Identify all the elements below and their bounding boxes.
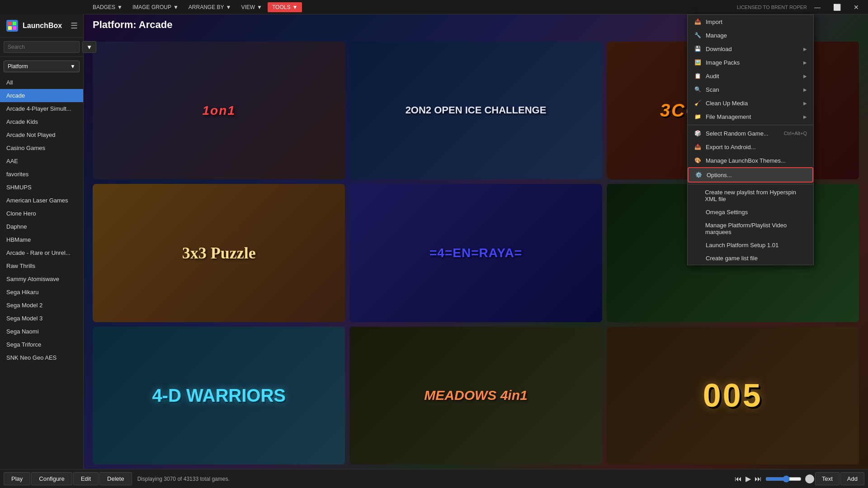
sidebar-item-arcade---rare-or-unrel---[interactable]: Arcade - Rare or Unrel... [0,246,83,259]
game-tile-2on2[interactable]: 2ON2 OPEN ICE CHALLENGE [349,42,602,179]
dropdown-item-gamelist[interactable]: Create game list file [688,252,813,265]
add-button[interactable]: Add [840,472,864,485]
svg-rect-4 [13,26,16,30]
maximize-button[interactable]: ⬜ [828,2,846,13]
dropdown-item-download[interactable]: 💾Download [688,42,813,56]
app-header: LaunchBox ☰ [0,14,83,38]
sidebar-item-snk-neo-geo-aes[interactable]: SNK Neo Geo AES [0,351,83,364]
sidebar-item-arcade[interactable]: Arcade [0,89,83,102]
dropdown-item-import[interactable]: 📥Import [688,15,813,28]
game-logo-2on2: 2ON2 OPEN ICE CHALLENGE [396,95,556,125]
dropdown-label-cleanup: Clean Up Media [706,100,748,107]
play-button[interactable]: Play [4,472,30,485]
image-group-label: IMAGE GROUP [132,4,171,10]
dropdown-label-audit: Audit [706,73,719,80]
close-button[interactable]: ✕ [848,2,864,13]
dropdown-label-exportandroid: Export to Android... [706,144,756,150]
dropdown-item-managevideos[interactable]: Manage Platform/Playlist Video marquees [688,219,813,239]
search-input[interactable] [4,41,80,53]
platform-selector[interactable]: Platform ▼ [4,61,80,72]
dropdown-label-scan: Scan [706,86,719,93]
dropdown-item-hyperspin[interactable]: Create new playlist from Hyperspin XML f… [688,186,813,206]
exportandroid-icon: 📤 [694,143,701,150]
sidebar-item-daphne[interactable]: Daphne [0,220,83,233]
dropdown-item-managethemes[interactable]: 🎨Manage LaunchBox Themes... [688,154,813,167]
game-logo-3x3: 3x3 Puzzle [173,235,265,272]
tools-label: TOOLS [272,4,290,10]
sidebar-item-sega-model-2[interactable]: Sega Model 2 [0,299,83,312]
dropdown-item-exportandroid[interactable]: 📤Export to Android... [688,140,813,154]
sidebar-item-sega-hikaru[interactable]: Sega Hikaru [0,286,83,299]
next-track-button[interactable]: ⏭ [755,475,762,483]
bottom-bar: Play Configure Edit Delete Displaying 30… [0,469,868,488]
sidebar-item-clone-hero[interactable]: Clone Hero [0,207,83,220]
dropdown-label-managethemes: Manage LaunchBox Themes... [706,157,786,164]
sidebar-item-raw-thrills[interactable]: Raw Thrills [0,259,83,272]
dropdown-item-options[interactable]: ⚙️Options... [688,167,813,183]
sidebar-item-favorites[interactable]: favorites [0,168,83,181]
game-logo-4d: 4-D WARRIORS [143,376,295,415]
sidebar-item-sega-naomi[interactable]: Sega Naomi [0,325,83,338]
sidebar-item-arcade-4-player-simult---[interactable]: Arcade 4-Player Simult... [0,102,83,115]
image-group-chevron: ▼ [173,4,179,10]
filter-button[interactable]: ▼ [82,41,96,53]
sidebar-item-sega-triforce[interactable]: Sega Triforce [0,338,83,351]
sidebar-item-hbmame[interactable]: HBMame [0,233,83,246]
dropdown-label-hyperspin: Create new playlist from Hyperspin XML f… [705,189,807,202]
tools-menu[interactable]: TOOLS ▼ [268,2,302,12]
dropdown-item-filemanage[interactable]: 📁File Management [688,110,813,123]
text-button[interactable]: Text [815,472,840,485]
app-title: LaunchBox [23,22,62,30]
dropdown-item-randomgame[interactable]: 🎲Select Random Game...Ctrl+Alt+Q [688,127,813,140]
image-packs-icon: 🖼️ [694,59,701,66]
sidebar-item-casino-games[interactable]: Casino Games [0,141,83,155]
hamburger-menu[interactable]: ☰ [71,21,78,31]
dropdown-item-audit[interactable]: 📋Audit [688,69,813,83]
game-tile-005[interactable]: 005 [607,327,859,465]
manage-icon: 🔧 [694,32,701,39]
game-tile-4d[interactable]: 4-D WARRIORS [93,327,345,465]
svg-rect-0 [6,20,18,32]
dropdown-item-omega[interactable]: Omega Settings [688,206,813,219]
sidebar-item-shmups[interactable]: SHMUPS [0,181,83,194]
badges-menu[interactable]: BADGES ▼ [88,2,127,12]
sidebar-item-american-laser-games[interactable]: American Laser Games [0,194,83,207]
sidebar-item-arcade-kids[interactable]: Arcade Kids [0,115,83,128]
game-tile-1on1[interactable]: 1on1 [93,42,345,179]
game-tile-3x3[interactable]: 3x3 Puzzle [93,184,345,322]
game-tile-4enraya[interactable]: =4=EN=RAYA= [349,184,602,322]
sidebar-item-sega-model-3[interactable]: Sega Model 3 [0,312,83,325]
svg-rect-3 [8,26,12,30]
dropdown-label-omega: Omega Settings [706,209,748,216]
minimize-button[interactable]: — [809,2,826,13]
play-pause-button[interactable]: ▶ [745,474,751,483]
image-group-menu[interactable]: IMAGE GROUP ▼ [128,2,183,12]
sidebar-item-sammy-atomiswave[interactable]: Sammy Atomiswave [0,272,83,286]
dropdown-label-image-packs: Image Packs [706,59,740,66]
arrange-by-menu[interactable]: ARRANGE BY ▼ [184,2,236,12]
view-menu[interactable]: VIEW ▼ [236,2,267,12]
dropdown-label-import: Import [706,19,722,25]
dropdown-item-scan[interactable]: 🔍Scan [688,83,813,96]
sidebar-item-aae[interactable]: AAE [0,155,83,168]
dropdown-item-image-packs[interactable]: 🖼️Image Packs [688,56,813,69]
badges-label: BADGES [93,4,115,10]
prev-track-button[interactable]: ⏮ [735,475,742,483]
dropdown-shortcut-randomgame: Ctrl+Alt+Q [784,131,807,136]
dropdown-item-manage[interactable]: 🔧Manage [688,28,813,42]
delete-button[interactable]: Delete [99,472,132,485]
sidebar: LaunchBox ☰ ▼ Platform ▼ AllArcadeArcade… [0,14,84,469]
topnav-right: LICENSED TO BRENT ROPER — ⬜ ✕ [737,2,868,13]
status-text: Displaying 3070 of 43133 total games. [137,476,734,482]
dropdown-item-launchplatform[interactable]: Launch Platform Setup 1.01 [688,239,813,252]
sidebar-item-arcade-not-played[interactable]: Arcade Not Played [0,128,83,141]
game-tile-meadows[interactable]: MEADOWS 4in1 [349,327,602,465]
edit-button[interactable]: Edit [73,472,99,485]
license-text: LICENSED TO BRENT ROPER [737,5,807,10]
dropdown-item-cleanup[interactable]: 🧹Clean Up Media [688,96,813,110]
configure-button[interactable]: Configure [31,472,72,485]
sidebar-item-all[interactable]: All [0,76,83,89]
nav-list: AllArcadeArcade 4-Player Simult...Arcade… [0,76,83,469]
volume-slider[interactable] [765,475,802,483]
tools-chevron: ▼ [292,4,297,10]
